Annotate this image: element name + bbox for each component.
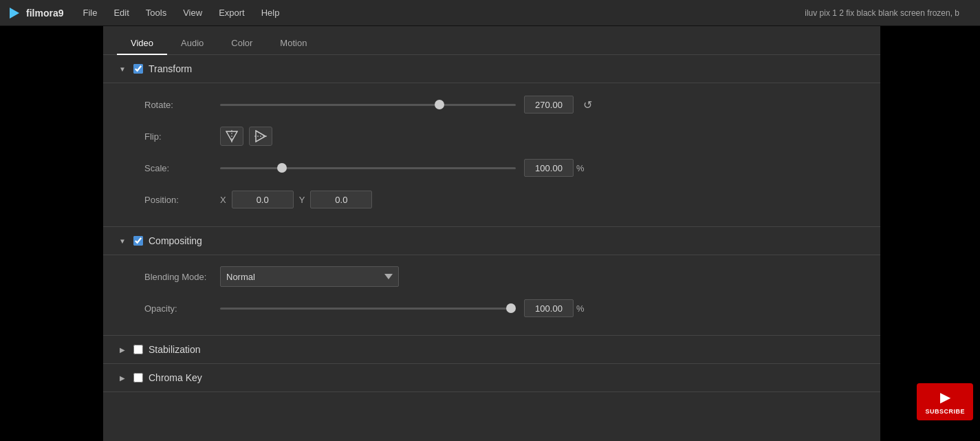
rotate-label: Rotate:: [144, 100, 220, 110]
position-row: Position: X Y: [144, 189, 853, 210]
scale-slider[interactable]: [220, 167, 516, 169]
tab-video[interactable]: Video: [117, 32, 167, 55]
chroma-key-chevron-right-icon: [120, 374, 125, 382]
flip-label: Flip:: [144, 131, 220, 142]
right-panel: ▶ SUBSCRIBE: [880, 26, 980, 441]
scale-slider-container: [220, 167, 516, 169]
tab-color[interactable]: Color: [217, 32, 266, 55]
main-content: Video Audio Color Motion Transform: [0, 26, 980, 441]
filmora-logo-icon: [7, 6, 22, 21]
scale-row: Scale: %: [144, 158, 853, 178]
youtube-icon: ▶: [940, 389, 950, 405]
position-x-input[interactable]: [232, 191, 294, 208]
chroma-key-chevron: [117, 372, 128, 383]
flip-container: [220, 127, 272, 146]
position-inputs: X Y: [220, 191, 372, 208]
menu-edit[interactable]: Edit: [107, 5, 135, 21]
compositing-checkbox[interactable]: [133, 236, 143, 246]
transform-chevron: [117, 63, 128, 74]
sections-container: Transform Rotate: ↺ Flip:: [103, 55, 880, 441]
rotate-slider[interactable]: [220, 104, 516, 106]
flip-horizontal-button[interactable]: [220, 127, 243, 146]
menu-export[interactable]: Export: [212, 5, 252, 21]
scale-unit: %: [576, 163, 585, 173]
transform-chevron-down-icon: [119, 65, 126, 73]
compositing-section: Compositing Blending Mode: Normal Dissol…: [103, 227, 880, 336]
chroma-key-section: Chroma Key: [103, 364, 880, 392]
transform-title: Transform: [149, 63, 192, 74]
compositing-chevron: [117, 235, 128, 246]
opacity-input[interactable]: [524, 299, 574, 317]
flip-vertical-button[interactable]: [249, 127, 272, 146]
app-logo: filmora9: [7, 6, 63, 21]
stabilization-chevron-right-icon: [120, 346, 125, 354]
opacity-slider-container: [220, 308, 516, 310]
stabilization-chevron: [117, 344, 128, 355]
flip-h-icon: [226, 130, 238, 142]
rotate-input[interactable]: [524, 96, 574, 114]
stabilization-section: Stabilization: [103, 336, 880, 364]
opacity-slider[interactable]: [220, 308, 516, 310]
properties-panel: Video Audio Color Motion Transform: [103, 26, 880, 441]
svg-marker-0: [10, 8, 19, 19]
compositing-chevron-down-icon: [119, 237, 126, 245]
blending-mode-label: Blending Mode:: [144, 272, 220, 282]
tab-motion[interactable]: Motion: [266, 32, 320, 55]
transform-section-header[interactable]: Transform: [103, 55, 880, 83]
compositing-section-header[interactable]: Compositing: [103, 227, 880, 255]
subscribe-button[interactable]: ▶ SUBSCRIBE: [917, 383, 973, 420]
opacity-row: Opacity: %: [144, 298, 853, 319]
flip-v-icon: [254, 130, 267, 142]
left-panel: [0, 26, 103, 441]
menu-tools[interactable]: Tools: [139, 5, 173, 21]
stabilization-title: Stabilization: [149, 344, 201, 355]
app-name: filmora9: [26, 8, 63, 19]
position-y-input[interactable]: [310, 191, 372, 208]
rotate-row: Rotate: ↺: [144, 94, 853, 115]
transform-section: Transform Rotate: ↺ Flip:: [103, 55, 880, 227]
menu-help[interactable]: Help: [254, 5, 287, 21]
stabilization-checkbox[interactable]: [133, 345, 143, 354]
rotate-reset-button[interactable]: ↺: [579, 97, 596, 113]
blending-mode-row: Blending Mode: Normal Dissolve Multiply …: [144, 266, 853, 287]
window-title: iluv pix 1 2 fix black blank screen froz…: [805, 8, 973, 18]
stabilization-section-header[interactable]: Stabilization: [103, 336, 880, 364]
rotate-slider-container: [220, 104, 516, 106]
position-y-label: Y: [299, 195, 305, 205]
chroma-key-section-header[interactable]: Chroma Key: [103, 364, 880, 392]
menu-view[interactable]: View: [176, 5, 209, 21]
tab-bar: Video Audio Color Motion: [103, 26, 880, 55]
position-x-label: X: [220, 195, 226, 205]
compositing-body: Blending Mode: Normal Dissolve Multiply …: [103, 255, 880, 336]
blending-mode-select[interactable]: Normal Dissolve Multiply Screen Overlay …: [220, 266, 399, 287]
menu-items: File Edit Tools View Export Help: [76, 5, 805, 21]
opacity-unit: %: [576, 303, 585, 314]
subscribe-label: SUBSCRIBE: [925, 408, 965, 415]
menu-bar: filmora9 File Edit Tools View Export Hel…: [0, 0, 980, 26]
transform-body: Rotate: ↺ Flip:: [103, 83, 880, 227]
tab-audio[interactable]: Audio: [167, 32, 217, 55]
position-label: Position:: [144, 195, 220, 205]
compositing-title: Compositing: [149, 235, 202, 246]
flip-row: Flip:: [144, 126, 853, 147]
blending-mode-dropdown-container: Normal Dissolve Multiply Screen Overlay …: [220, 266, 399, 287]
transform-checkbox[interactable]: [133, 64, 143, 74]
chroma-key-title: Chroma Key: [149, 372, 202, 383]
chroma-key-checkbox[interactable]: [133, 373, 143, 383]
menu-file[interactable]: File: [76, 5, 104, 21]
scale-input[interactable]: [524, 159, 574, 177]
opacity-label: Opacity:: [144, 303, 220, 314]
scale-label: Scale:: [144, 163, 220, 173]
